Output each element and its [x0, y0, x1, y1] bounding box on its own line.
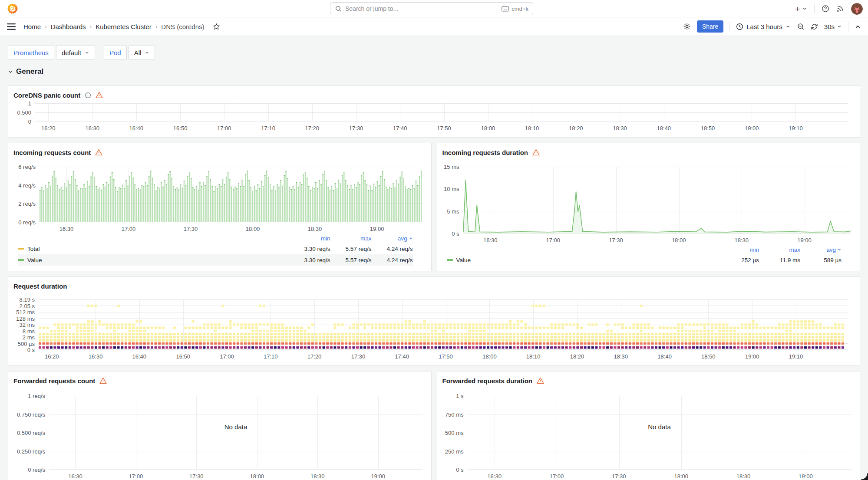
panel-forwarded-requests-count: Forwarded requests count No data 1 req/s… — [8, 371, 432, 480]
breadcrumb-dashboards[interactable]: Dashboards — [51, 23, 86, 30]
y-tick-label: 2 req/s — [13, 201, 36, 207]
zoom-out-time-icon[interactable] — [797, 23, 805, 30]
y-tick-label: 0.500 req/s — [13, 430, 45, 436]
dashboard-variables: Prometheus default Pod All — [8, 46, 860, 59]
add-new-button[interactable]: + — [795, 4, 807, 13]
refresh-icon[interactable] — [811, 23, 818, 30]
legend-header-avg[interactable]: avg — [372, 235, 413, 242]
request-duration-plot[interactable] — [39, 299, 848, 350]
legend-header-min[interactable]: min — [718, 247, 759, 253]
section-title: General — [16, 67, 43, 76]
x-tick-label: 18:20 — [569, 125, 583, 132]
chevron-down-icon — [837, 24, 842, 29]
warning-icon[interactable] — [537, 377, 544, 384]
variable-pod-label[interactable]: Pod — [104, 46, 127, 59]
help-icon[interactable] — [822, 5, 829, 13]
refresh-interval-picker[interactable]: 30s — [824, 23, 842, 30]
x-tick-label: 17:10 — [261, 125, 275, 132]
series-color-swatch — [18, 259, 24, 261]
legend-header-max[interactable]: max — [330, 235, 372, 242]
forwarded-requests-duration-plot[interactable] — [468, 396, 851, 470]
search-input[interactable] — [345, 5, 498, 12]
x-tick-label: 18:00 — [482, 353, 497, 360]
legend-value-min: 3.30 req/s — [289, 257, 330, 263]
clock-icon — [736, 23, 743, 30]
panel-title[interactable]: Forwarded requests duration — [442, 377, 533, 385]
legend-series-total[interactable]: Total — [18, 246, 289, 252]
time-range-picker[interactable]: Last 3 hours — [736, 23, 791, 30]
y-tick-label: 0 s — [442, 230, 459, 237]
legend-header-max[interactable]: max — [759, 247, 800, 253]
divider — [848, 22, 848, 31]
legend-series-value[interactable]: Value — [18, 257, 289, 263]
y-tick-label: 1 s — [442, 393, 464, 399]
y-tick-label: 2 ms — [13, 334, 35, 341]
x-tick-label: 18:00 — [672, 237, 686, 243]
share-button[interactable]: Share — [697, 20, 723, 33]
y-tick-label: 0.750 req/s — [13, 411, 45, 418]
x-tick-label: 16:40 — [129, 125, 144, 132]
x-tick-label: 18:00 — [250, 473, 264, 480]
x-tick-label: 17:00 — [550, 473, 564, 480]
collapse-toolbar-chevron-up-icon[interactable] — [855, 23, 861, 30]
menu-hamburger-icon[interactable] — [7, 23, 16, 30]
legend-series-value[interactable]: Value — [447, 257, 718, 263]
warning-icon[interactable] — [96, 92, 103, 99]
panel-title[interactable]: Forwarded requests count — [13, 377, 95, 385]
breadcrumb-kubernetes-cluster[interactable]: Kubernetes Cluster — [96, 23, 151, 30]
x-tick-label: 17:10 — [264, 353, 278, 360]
panel-incoming-requests-count: Incoming requests count 6 req/s4 req/s2 … — [8, 143, 432, 271]
breadcrumb-separator: › — [155, 23, 158, 30]
forwarded-requests-count-plot[interactable] — [49, 396, 422, 470]
legend-value-max: 11.9 ms — [759, 257, 800, 263]
user-avatar[interactable] — [851, 3, 863, 15]
legend-value-max: 5.57 req/s — [330, 257, 372, 263]
panel-title[interactable]: Request duration — [13, 283, 67, 290]
chevron-down-icon — [409, 236, 413, 240]
incoming-requests-duration-chart: 15 ms10 ms5 ms0 s16:3017:0017:3018:0018:… — [442, 157, 855, 245]
request-duration-heatmap: 8.19 s2.05 s512 ms128 ms32 ms8 ms2 ms500… — [13, 291, 855, 361]
x-tick-label: 18:40 — [657, 353, 672, 360]
panel-title[interactable]: Incoming requests count — [13, 149, 91, 156]
x-tick-label: 17:00 — [220, 353, 234, 360]
incoming-requests-count-plot[interactable] — [40, 167, 422, 222]
panel-forwarded-requests-duration: Forwarded requests duration No data 1 s7… — [437, 371, 861, 480]
x-tick-label: 18:00 — [246, 226, 260, 232]
warning-icon[interactable] — [95, 149, 102, 156]
panel-title[interactable]: Incoming requests duration — [442, 149, 528, 156]
y-tick-label: 250 ms — [442, 448, 464, 455]
dashboard-toolbar: Home › Dashboards › Kubernetes Cluster ›… — [0, 17, 868, 36]
chevron-down-icon — [8, 69, 13, 75]
x-tick-label: 18:30 — [613, 125, 627, 132]
legend-value-avg: 4.24 req/s — [372, 257, 413, 263]
x-tick-label: 17:20 — [305, 125, 319, 132]
breadcrumb-home[interactable]: Home — [23, 23, 41, 30]
grafana-logo-icon[interactable] — [7, 3, 18, 14]
breadcrumb-separator: › — [90, 23, 92, 30]
y-tick-label: 2.05 s — [13, 303, 35, 309]
news-rss-icon[interactable] — [836, 5, 844, 13]
search-shortcut-hint: cmd+k — [502, 6, 528, 12]
warning-icon[interactable] — [99, 377, 107, 384]
panel-title[interactable]: CoreDNS panic count — [13, 92, 80, 99]
variable-pod-select[interactable]: All — [129, 46, 155, 59]
y-tick-label: 10 ms — [442, 186, 459, 192]
variable-datasource-label[interactable]: Prometheus — [8, 46, 54, 59]
info-icon[interactable] — [85, 92, 91, 99]
x-tick-label: 16:30 — [483, 237, 498, 243]
warning-icon[interactable] — [532, 149, 540, 156]
x-tick-label: 17:30 — [609, 237, 623, 243]
x-tick-label: 19:00 — [370, 226, 384, 232]
coredns-panic-count-plot[interactable] — [35, 103, 848, 122]
variable-datasource-select[interactable]: default — [56, 46, 95, 59]
section-general[interactable]: General — [8, 66, 860, 77]
incoming-requests-duration-plot[interactable] — [463, 167, 851, 233]
dashboard-settings-gear-icon[interactable] — [683, 23, 691, 30]
legend-header-min[interactable]: min — [289, 235, 330, 242]
y-tick-label: 0 req/s — [13, 219, 36, 226]
legend-header-avg[interactable]: avg — [800, 247, 842, 253]
global-search[interactable]: cmd+k — [330, 2, 533, 15]
favorite-star-icon[interactable] — [213, 23, 220, 30]
x-tick-label: 17:50 — [437, 125, 451, 132]
x-tick-label: 16:40 — [132, 353, 147, 360]
